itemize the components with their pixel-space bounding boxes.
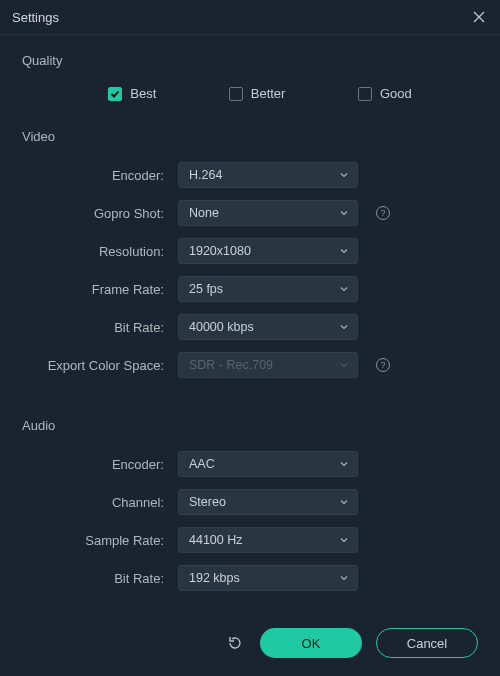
reset-button[interactable] — [224, 632, 246, 654]
label-gopro: Gopro Shot: — [22, 206, 178, 221]
help-icon[interactable]: ? — [376, 358, 390, 372]
row-resolution: Resolution: 1920x1080 — [22, 238, 478, 264]
chevron-down-icon — [339, 246, 349, 256]
cancel-button[interactable]: Cancel — [376, 628, 478, 658]
help-icon[interactable]: ? — [376, 206, 390, 220]
checkbox-icon — [108, 87, 122, 101]
audio-section: Audio Encoder: AAC Channel: Stereo Sampl… — [22, 418, 478, 591]
chevron-down-icon — [339, 459, 349, 469]
dialog-footer: OK Cancel — [0, 616, 500, 676]
row-framerate: Frame Rate: 25 fps — [22, 276, 478, 302]
row-audio-encoder: Encoder: AAC — [22, 451, 478, 477]
chevron-down-icon — [339, 170, 349, 180]
select-samplerate[interactable]: 44100 Hz — [178, 527, 358, 553]
titlebar: Settings — [0, 0, 500, 35]
select-value: H.264 — [189, 168, 222, 182]
select-value: Stereo — [189, 495, 226, 509]
settings-dialog: Settings Quality Best Better — [0, 0, 500, 676]
row-gopro: Gopro Shot: None ? — [22, 200, 478, 226]
quality-better-label: Better — [251, 86, 286, 101]
label-audio-bitrate: Bit Rate: — [22, 571, 178, 586]
select-value: 40000 kbps — [189, 320, 254, 334]
select-video-encoder[interactable]: H.264 — [178, 162, 358, 188]
audio-title: Audio — [22, 418, 478, 433]
row-colorspace: Export Color Space: SDR - Rec.709 ? — [22, 352, 478, 378]
close-button[interactable] — [470, 8, 488, 26]
quality-options: Best Better Good — [22, 86, 478, 101]
row-samplerate: Sample Rate: 44100 Hz — [22, 527, 478, 553]
label-framerate: Frame Rate: — [22, 282, 178, 297]
label-video-encoder: Encoder: — [22, 168, 178, 183]
select-resolution[interactable]: 1920x1080 — [178, 238, 358, 264]
cancel-label: Cancel — [407, 636, 447, 651]
label-samplerate: Sample Rate: — [22, 533, 178, 548]
quality-better[interactable]: Better — [229, 86, 286, 101]
dialog-content: Quality Best Better Good — [0, 35, 500, 616]
select-video-bitrate[interactable]: 40000 kbps — [178, 314, 358, 340]
chevron-down-icon — [339, 284, 349, 294]
chevron-down-icon — [339, 208, 349, 218]
quality-best[interactable]: Best — [108, 86, 156, 101]
close-icon — [473, 11, 485, 23]
select-value: SDR - Rec.709 — [189, 358, 273, 372]
chevron-down-icon — [339, 535, 349, 545]
quality-section: Quality Best Better Good — [22, 53, 478, 101]
video-title: Video — [22, 129, 478, 144]
select-colorspace[interactable]: SDR - Rec.709 — [178, 352, 358, 378]
video-section: Video Encoder: H.264 Gopro Shot: None ? … — [22, 129, 478, 378]
select-value: AAC — [189, 457, 215, 471]
chevron-down-icon — [339, 497, 349, 507]
select-channel[interactable]: Stereo — [178, 489, 358, 515]
row-video-bitrate: Bit Rate: 40000 kbps — [22, 314, 478, 340]
label-channel: Channel: — [22, 495, 178, 510]
select-framerate[interactable]: 25 fps — [178, 276, 358, 302]
select-audio-encoder[interactable]: AAC — [178, 451, 358, 477]
label-video-bitrate: Bit Rate: — [22, 320, 178, 335]
dialog-title: Settings — [12, 10, 59, 25]
label-audio-encoder: Encoder: — [22, 457, 178, 472]
select-audio-bitrate[interactable]: 192 kbps — [178, 565, 358, 591]
chevron-down-icon — [339, 322, 349, 332]
select-value: 192 kbps — [189, 571, 240, 585]
ok-label: OK — [302, 636, 321, 651]
quality-good[interactable]: Good — [358, 86, 412, 101]
ok-button[interactable]: OK — [260, 628, 362, 658]
quality-best-label: Best — [130, 86, 156, 101]
checkbox-icon — [358, 87, 372, 101]
label-colorspace: Export Color Space: — [22, 358, 178, 373]
select-value: 25 fps — [189, 282, 223, 296]
reset-icon — [227, 635, 243, 651]
checkbox-icon — [229, 87, 243, 101]
select-value: 1920x1080 — [189, 244, 251, 258]
label-resolution: Resolution: — [22, 244, 178, 259]
quality-title: Quality — [22, 53, 478, 68]
chevron-down-icon — [339, 573, 349, 583]
row-channel: Channel: Stereo — [22, 489, 478, 515]
row-audio-bitrate: Bit Rate: 192 kbps — [22, 565, 478, 591]
select-gopro[interactable]: None — [178, 200, 358, 226]
select-value: None — [189, 206, 219, 220]
chevron-down-icon — [339, 360, 349, 370]
select-value: 44100 Hz — [189, 533, 243, 547]
row-video-encoder: Encoder: H.264 — [22, 162, 478, 188]
quality-good-label: Good — [380, 86, 412, 101]
